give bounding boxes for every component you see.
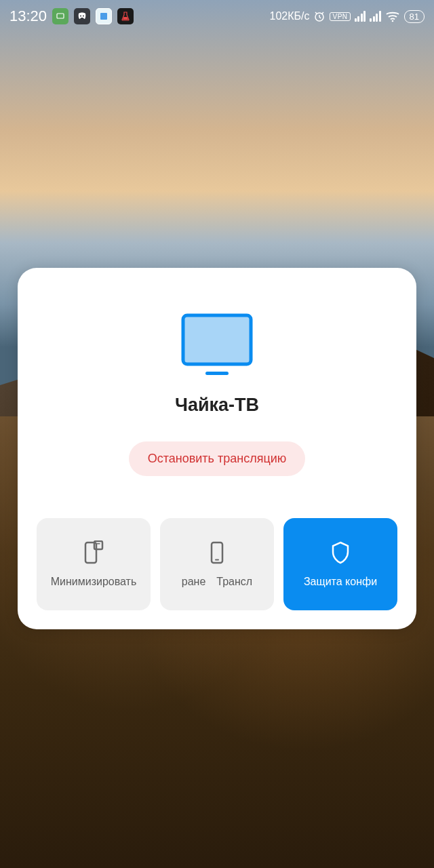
network-speed: 102КБ/с <box>270 10 310 22</box>
alarm-icon <box>313 10 326 22</box>
minimize-phone-icon <box>82 540 105 565</box>
signal-1-icon <box>355 11 366 22</box>
tv-icon <box>180 312 254 380</box>
discord-icon <box>74 8 90 24</box>
cast-label-right: Трансл <box>216 576 252 588</box>
device-name: Чайка-ТВ <box>37 395 397 416</box>
cast-label-left: ране <box>182 576 206 588</box>
privacy-option[interactable]: Защита конфи <box>283 518 397 610</box>
svg-rect-3 <box>100 13 107 20</box>
svg-point-2 <box>83 16 84 17</box>
cast-screen-option[interactable]: ране Трансл <box>160 518 274 610</box>
wifi-icon <box>385 10 400 22</box>
status-bar: 13:20 102КБ/с VPN <box>0 0 434 33</box>
cast-control-card: Чайка-ТВ Остановить трансляцию Минимизир… <box>18 268 416 629</box>
streamer-app-icon <box>52 8 68 24</box>
shield-icon <box>330 540 351 565</box>
svg-rect-6 <box>183 315 251 364</box>
beaker-icon <box>117 8 134 24</box>
status-time: 13:20 <box>9 7 47 25</box>
minimize-label: Минимизировать <box>51 576 137 587</box>
signal-2-icon <box>370 11 381 22</box>
battery-level: 81 <box>404 10 425 23</box>
svg-rect-12 <box>215 559 219 561</box>
svg-rect-10 <box>97 543 100 545</box>
svg-rect-7 <box>205 372 229 375</box>
svg-rect-0 <box>57 14 64 18</box>
stop-cast-button[interactable]: Остановить трансляцию <box>129 441 306 476</box>
cast-options: Минимизировать ране Трансл <box>37 518 397 610</box>
privacy-label: Защита конфи <box>304 576 377 587</box>
svg-point-5 <box>391 20 393 22</box>
vpn-badge: VPN <box>330 12 350 21</box>
svg-point-1 <box>80 16 81 17</box>
minimize-option[interactable]: Минимизировать <box>37 518 151 610</box>
notes-app-icon <box>96 8 112 24</box>
phone-icon <box>209 540 225 565</box>
